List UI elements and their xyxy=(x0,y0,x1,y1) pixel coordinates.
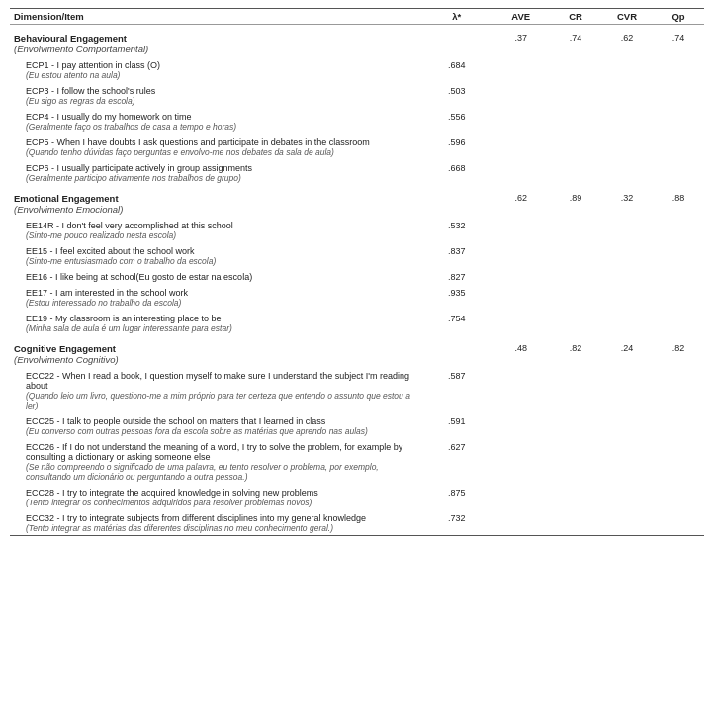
main-table: Dimension/Item λ* AVE CR CVR Qp Behaviou… xyxy=(10,8,704,536)
item-ave xyxy=(492,134,551,159)
item-lambda: .587 xyxy=(421,367,492,412)
item-label: EE16 - I like being at school(Eu gosto d… xyxy=(10,268,421,284)
header-lambda: λ* xyxy=(421,9,492,25)
item-cr xyxy=(550,310,601,335)
item-row: ECC25 - I talk to people outside the sch… xyxy=(10,412,704,438)
item-row: ECC26 - If I do not understand the meani… xyxy=(10,438,704,484)
item-ave xyxy=(492,242,551,268)
item-qp xyxy=(653,268,704,284)
item-cr xyxy=(550,56,601,82)
section-cvr: .62 xyxy=(601,25,653,57)
section-name: Cognitive Engagement (Envolvimento Cogni… xyxy=(10,335,421,367)
item-lambda: .732 xyxy=(421,509,492,536)
item-qp xyxy=(653,217,704,242)
section-qp: .74 xyxy=(653,25,704,57)
item-label: ECP6 - I usually participate actively in… xyxy=(10,159,421,185)
section-qp: .82 xyxy=(653,335,704,367)
item-row: ECP4 - I usually do my homework on time(… xyxy=(10,108,704,134)
item-cr xyxy=(550,134,601,159)
header-dimension: Dimension/Item xyxy=(10,9,421,25)
item-cvr xyxy=(601,367,653,412)
item-cvr xyxy=(601,509,653,536)
item-cvr xyxy=(601,242,653,268)
item-row: ECC22 - When I read a book, I question m… xyxy=(10,367,704,412)
item-cr xyxy=(550,217,601,242)
item-row: ECP1 - I pay attention in class (O)(Eu e… xyxy=(10,56,704,82)
item-label: ECP1 - I pay attention in class (O)(Eu e… xyxy=(10,56,421,82)
section-qp: .88 xyxy=(653,185,704,217)
item-qp xyxy=(653,509,704,536)
section-row: Cognitive Engagement (Envolvimento Cogni… xyxy=(10,335,704,367)
item-lambda: .827 xyxy=(421,268,492,284)
item-label: ECP3 - I follow the school's rules(Eu si… xyxy=(10,82,421,108)
item-ave xyxy=(492,509,551,536)
item-lambda: .627 xyxy=(421,438,492,484)
item-qp xyxy=(653,108,704,134)
item-label: EE19 - My classroom is an interesting pl… xyxy=(10,310,421,335)
item-label: ECC22 - When I read a book, I question m… xyxy=(10,367,421,412)
item-qp xyxy=(653,56,704,82)
item-row: ECC32 - I try to integrate subjects from… xyxy=(10,509,704,536)
item-label: ECC28 - I try to integrate the acquired … xyxy=(10,484,421,509)
item-label: ECC25 - I talk to people outside the sch… xyxy=(10,412,421,438)
section-ave: .37 xyxy=(492,25,551,57)
item-qp xyxy=(653,438,704,484)
item-cvr xyxy=(601,412,653,438)
header-cvr: CVR xyxy=(601,9,653,25)
item-cvr xyxy=(601,134,653,159)
item-ave xyxy=(492,56,551,82)
item-lambda: .875 xyxy=(421,484,492,509)
item-row: ECP6 - I usually participate actively in… xyxy=(10,159,704,185)
item-lambda: .503 xyxy=(421,82,492,108)
item-qp xyxy=(653,367,704,412)
item-ave xyxy=(492,484,551,509)
item-row: ECP3 - I follow the school's rules(Eu si… xyxy=(10,82,704,108)
section-lambda xyxy=(421,335,492,367)
item-ave xyxy=(492,367,551,412)
item-cvr xyxy=(601,484,653,509)
item-cr xyxy=(550,284,601,310)
section-name: Behavioural Engagement (Envolvimento Com… xyxy=(10,25,421,57)
item-qp xyxy=(653,310,704,335)
item-label: EE15 - I feel excited about the school w… xyxy=(10,242,421,268)
item-qp xyxy=(653,484,704,509)
header-cr: CR xyxy=(550,9,601,25)
section-lambda xyxy=(421,25,492,57)
item-cr xyxy=(550,268,601,284)
section-row: Emotional Engagement (Envolvimento Emoci… xyxy=(10,185,704,217)
item-row: ECP5 - When I have doubts I ask question… xyxy=(10,134,704,159)
item-cr xyxy=(550,412,601,438)
item-ave xyxy=(492,159,551,185)
item-cvr xyxy=(601,284,653,310)
section-lambda xyxy=(421,185,492,217)
item-label: EE17 - I am interested in the school wor… xyxy=(10,284,421,310)
item-cvr xyxy=(601,56,653,82)
item-label: ECC32 - I try to integrate subjects from… xyxy=(10,509,421,536)
item-ave xyxy=(492,310,551,335)
item-cr xyxy=(550,82,601,108)
section-cr: .74 xyxy=(550,25,601,57)
item-lambda: .556 xyxy=(421,108,492,134)
item-lambda: .754 xyxy=(421,310,492,335)
section-cr: .82 xyxy=(550,335,601,367)
item-cvr xyxy=(601,159,653,185)
section-ave: .48 xyxy=(492,335,551,367)
item-ave xyxy=(492,284,551,310)
item-ave xyxy=(492,82,551,108)
header-qp: Qp xyxy=(653,9,704,25)
item-row: EE19 - My classroom is an interesting pl… xyxy=(10,310,704,335)
item-qp xyxy=(653,412,704,438)
item-qp xyxy=(653,284,704,310)
item-lambda: .532 xyxy=(421,217,492,242)
item-label: ECP4 - I usually do my homework on time(… xyxy=(10,108,421,134)
section-cvr: .32 xyxy=(601,185,653,217)
item-row: ECC28 - I try to integrate the acquired … xyxy=(10,484,704,509)
item-cr xyxy=(550,509,601,536)
section-name: Emotional Engagement (Envolvimento Emoci… xyxy=(10,185,421,217)
item-cvr xyxy=(601,108,653,134)
item-ave xyxy=(492,217,551,242)
item-qp xyxy=(653,159,704,185)
item-label: ECP5 - When I have doubts I ask question… xyxy=(10,134,421,159)
item-ave xyxy=(492,438,551,484)
item-row: EE14R - I don't feel very accomplished a… xyxy=(10,217,704,242)
